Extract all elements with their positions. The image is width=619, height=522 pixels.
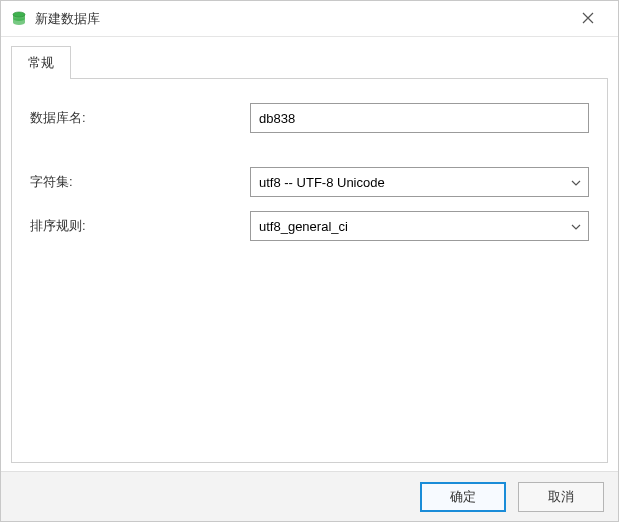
cancel-button[interactable]: 取消 [518,482,604,512]
tabs-area: 常规 [1,37,618,78]
db-name-input[interactable] [250,103,589,133]
tab-general[interactable]: 常规 [11,46,71,79]
window-title: 新建数据库 [35,10,568,28]
ok-button[interactable]: 确定 [420,482,506,512]
row-charset: 字符集: [30,167,589,197]
new-database-dialog: 新建数据库 常规 数据库名: 字符集: [0,0,619,522]
collation-select[interactable] [250,211,589,241]
charset-select[interactable] [250,167,589,197]
button-bar: 确定 取消 [1,471,618,521]
titlebar: 新建数据库 [1,1,618,37]
row-db-name: 数据库名: [30,103,589,133]
database-icon [11,11,27,27]
charset-label: 字符集: [30,173,250,191]
row-collation: 排序规则: [30,211,589,241]
dialog-content: 数据库名: 字符集: 排序规则: [11,78,608,463]
close-button[interactable] [568,1,608,37]
close-icon [582,10,594,28]
collation-label: 排序规则: [30,217,250,235]
db-name-label: 数据库名: [30,109,250,127]
